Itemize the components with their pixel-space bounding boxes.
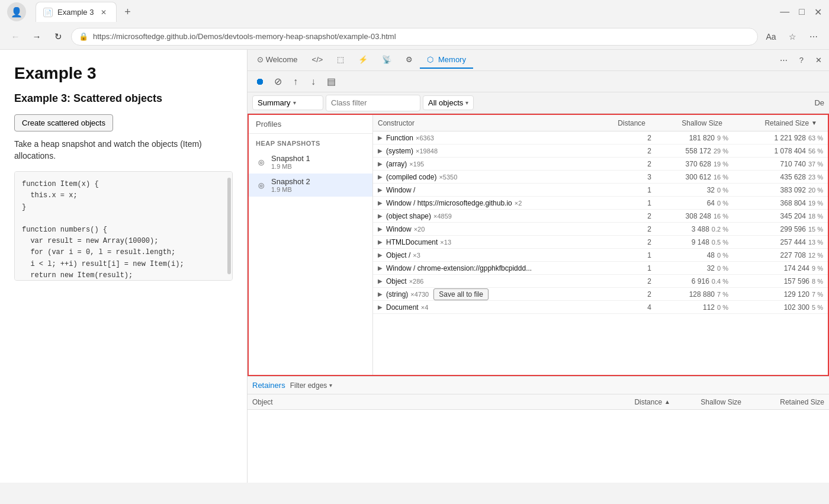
ret-shallow-header[interactable]: Shallow Size [675, 398, 746, 406]
table-row[interactable]: ▶ Document ×4 4 112 0 % 10 [373, 301, 828, 314]
shallow-pct: 0 % [717, 265, 728, 272]
ret-retained-header[interactable]: Retained Size [746, 398, 829, 406]
minimize-button[interactable]: — [780, 7, 789, 18]
read-aloud-button[interactable]: Aa [763, 28, 779, 45]
table-row[interactable]: ▶ (system) ×19848 2 558 172 29 % [373, 145, 828, 158]
tab-network[interactable]: 📡 [375, 52, 399, 69]
save-button[interactable]: ↓ [306, 74, 321, 89]
retained-value: 257 444 [780, 238, 806, 246]
row-retained: 102 300 5 % [733, 303, 828, 312]
table-row[interactable]: ▶ Object / ×3 1 48 0 % 227 [373, 249, 828, 262]
load-button[interactable]: ▤ [323, 74, 339, 89]
row-retained: 257 444 13 % [733, 238, 828, 246]
close-button[interactable]: ✕ [814, 7, 822, 18]
table-row[interactable]: ▶ Window / chrome-extension://gpphkfbcpi… [373, 262, 828, 275]
table-row[interactable]: ▶ (string) ×4730 Save all to file 2 128 … [373, 288, 828, 301]
ret-distance-header[interactable]: Distance ▲ [604, 398, 675, 406]
elements-icon: </> [312, 55, 323, 64]
create-scattered-button[interactable]: Create scattered objects [14, 114, 113, 131]
table-row[interactable]: ▶ Object ×286 2 6 916 0.4 % [373, 275, 828, 288]
distance-column-header[interactable]: Distance [603, 119, 650, 127]
row-constructor-window: ▶ Window / [373, 186, 609, 194]
retained-pct: 18 % [808, 213, 823, 220]
code-line-6: var result = new Array(10000); [22, 236, 225, 247]
tab-welcome[interactable]: ⊙ Welcome [250, 52, 305, 69]
record-heap-snapshot-button[interactable]: ⏺ [252, 74, 268, 89]
more-button[interactable]: ⋯ [805, 28, 822, 45]
maximize-button[interactable]: □ [799, 7, 805, 18]
table-row[interactable]: ▶ (object shape) ×4859 2 308 248 16 % [373, 210, 828, 223]
row-distance: 2 [609, 134, 656, 142]
tab-sources[interactable]: ⚙ [399, 52, 420, 69]
retained-size-column-header[interactable]: Retained Size ▼ [727, 119, 822, 127]
retained-pct: 12 % [808, 252, 823, 259]
expand-arrow: ▶ [378, 291, 383, 297]
table-row[interactable]: ▶ Function ×6363 2 181 820 9 % [373, 131, 828, 145]
filter-edges-arrow: ▾ [329, 382, 332, 389]
devtools-right-controls: ⋯ ? ✕ [775, 53, 827, 67]
table-row[interactable]: ▶ Window / https://microsoftedge.github.… [373, 197, 828, 210]
tab-performance[interactable]: ⚡ [351, 52, 375, 69]
collect-garbage-button[interactable]: ↑ [288, 74, 303, 89]
back-button[interactable]: ← [7, 28, 24, 45]
profile-snapshot-1[interactable]: ◎ Snapshot 1 1.9 MB [249, 150, 372, 174]
tab-memory[interactable]: ⬡ Memory [420, 52, 473, 69]
row-distance: 2 [609, 225, 656, 233]
class-filter-input[interactable] [326, 95, 420, 111]
table-row[interactable]: ▶ HTMLDocument ×13 2 9 148 0.5 % [373, 236, 828, 249]
clear-profiles-button[interactable]: ⊘ [270, 74, 285, 89]
favorites-button[interactable]: ☆ [784, 28, 801, 45]
table-row[interactable]: ▶ (array) ×195 2 370 628 19 % [373, 158, 828, 171]
filter-edges-button[interactable]: Filter edges ▾ [290, 381, 333, 390]
reload-button[interactable]: ↻ [50, 28, 66, 45]
more-tools-button[interactable]: ⋯ [775, 53, 792, 67]
profiles-sidebar: Profiles HEAP SNAPSHOTS ◎ Snapshot 1 1.9… [249, 115, 373, 375]
code-block: function Item(x) { this.x = x; } functio… [14, 171, 233, 281]
profile-snapshot-2[interactable]: ◎ Snapshot 2 1.9 MB [249, 174, 372, 197]
ret-object-header[interactable]: Object [248, 398, 604, 406]
sort-desc-icon: ▼ [811, 120, 817, 126]
tab-favicon: 📄 [43, 8, 53, 17]
table-row[interactable]: ▶ Window / 1 32 0 % 383 092 [373, 184, 828, 197]
summary-dropdown-arrow: ▾ [293, 99, 296, 106]
devtools-close-button[interactable]: ✕ [811, 53, 827, 67]
forward-button[interactable]: → [28, 28, 45, 45]
browser-tab-active[interactable]: 📄 Example 3 ✕ [36, 2, 117, 22]
row-distance: 2 [609, 277, 656, 285]
row-shallow: 32 0 % [656, 186, 733, 194]
row-constructor-document: ▶ Document ×4 [373, 303, 609, 312]
new-tab-button[interactable]: + [119, 4, 136, 20]
tab-elements[interactable]: </> [305, 52, 330, 69]
summary-dropdown[interactable]: Summary ▾ [252, 95, 323, 110]
shallow-pct: 0.5 % [712, 239, 728, 246]
retained-size-label: Retained Size [764, 119, 809, 127]
address-bar[interactable]: 🔒 https://microsoftedge.github.io/Demos/… [71, 28, 758, 46]
table-row[interactable]: ▶ Window ×20 2 3 488 0.2 % [373, 223, 828, 236]
shallow-value: 32 [707, 264, 715, 272]
profile-1-name: Snapshot 1 [271, 154, 365, 163]
help-button[interactable]: ? [795, 53, 808, 67]
code-scrollbar[interactable] [227, 178, 231, 274]
constructor-column-header[interactable]: Constructor [373, 119, 603, 127]
profile-1-size: 1.9 MB [271, 163, 365, 170]
row-retained: 1 221 928 63 % [733, 134, 828, 142]
row-distance: 2 [609, 160, 656, 168]
shallow-pct: 0.4 % [712, 278, 728, 285]
profile-2-name: Snapshot 2 [271, 177, 365, 186]
webpage-subtitle: Example 3: Scattered objects [14, 92, 233, 105]
retainers-tab[interactable]: Retainers [252, 381, 285, 390]
save-to-file-button[interactable]: Save all to file [433, 288, 489, 300]
tab-close-button[interactable]: ✕ [98, 7, 109, 18]
row-distance: 2 [609, 238, 656, 246]
shallow-value: 3 488 [692, 225, 709, 233]
shallow-size-column-header[interactable]: Shallow Size [650, 119, 727, 127]
tab-console[interactable]: ⬚ [330, 52, 351, 69]
memory-toolbar: ⏺ ⊘ ↑ ↓ ▤ [248, 71, 829, 92]
row-count: ×5350 [439, 174, 457, 181]
profile-avatar[interactable]: 👤 [7, 2, 26, 21]
table-row[interactable]: ▶ (compiled code) ×5350 3 300 612 16 % [373, 171, 828, 184]
retained-pct: 15 % [808, 226, 823, 233]
all-objects-dropdown[interactable]: All objects ▾ [423, 95, 474, 110]
row-shallow: 558 172 29 % [656, 147, 733, 155]
ret-sort-icon: ▲ [664, 399, 670, 405]
